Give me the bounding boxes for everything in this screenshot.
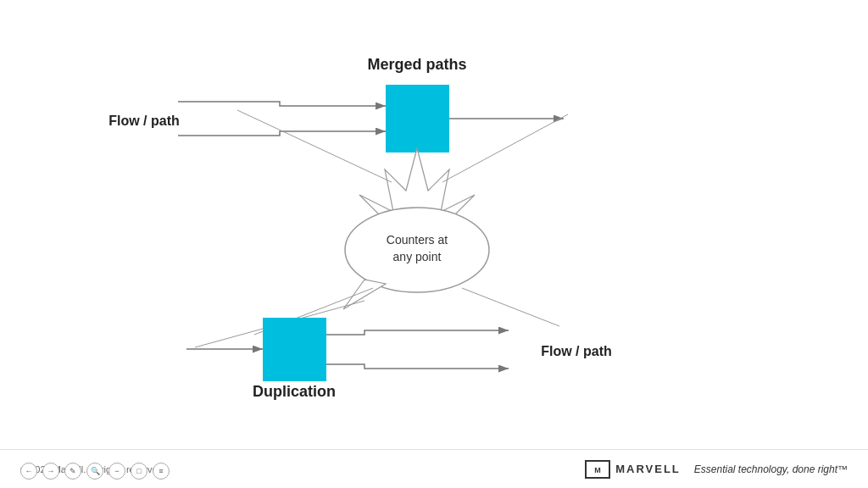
zoom-out-button[interactable]: − <box>108 463 125 480</box>
duplication-label: Duplication <box>253 383 336 400</box>
svg-text:Flow / path: Flow / path <box>108 114 180 128</box>
merged-paths-label: Merged paths <box>367 56 466 73</box>
diagram-svg: Merged paths Flow / path Counters at any… <box>0 0 868 449</box>
counters-line1: Counters at <box>387 233 448 247</box>
marvell-logo-icon: M <box>585 460 610 479</box>
counters-line2: any point <box>393 250 442 263</box>
pencil-button[interactable]: ✎ <box>64 463 81 480</box>
slide-container: Merged paths Flow / path Counters at any… <box>0 0 868 488</box>
footer-right: M MARVELL Essential technology, done rig… <box>585 460 848 479</box>
next-button[interactable]: → <box>42 463 59 480</box>
duplication-box <box>263 318 326 381</box>
flow-path-bottom-label: Flow / path <box>541 344 612 358</box>
zoom-in-button[interactable]: 🔍 <box>86 463 103 480</box>
footer-logo-text: MARVELL <box>615 463 681 475</box>
ray-br <box>462 288 559 326</box>
footer-logo: M MARVELL <box>585 460 681 479</box>
footer-tagline: Essential technology, done right™ <box>694 463 848 475</box>
menu-button[interactable]: ≡ <box>153 463 170 480</box>
svg-text:M: M <box>594 466 601 474</box>
ray-tr <box>442 114 568 182</box>
slide-controls: ← → ✎ 🔍 − □ ≡ <box>20 463 170 480</box>
ray-tl <box>237 110 392 182</box>
fullscreen-button[interactable]: □ <box>131 463 147 480</box>
merged-paths-box <box>386 85 449 152</box>
prev-button[interactable]: ← <box>20 463 37 480</box>
